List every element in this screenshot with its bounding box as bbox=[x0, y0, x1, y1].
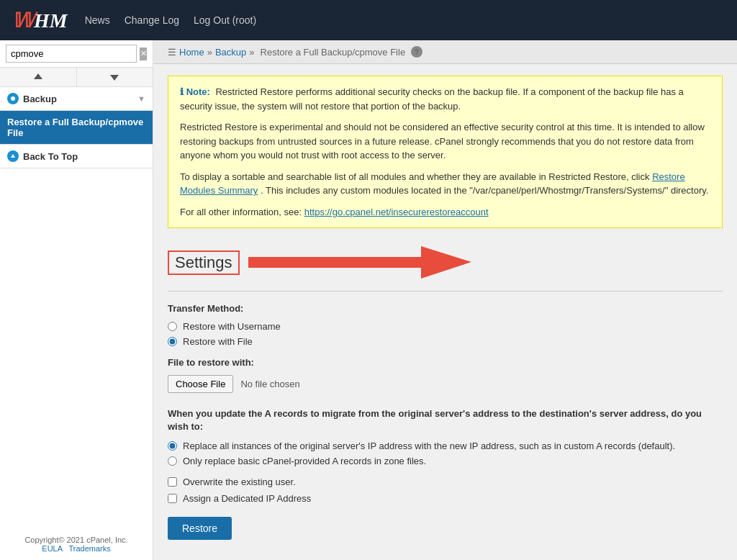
sidebar-arrow-down[interactable] bbox=[77, 68, 153, 86]
checkbox-dedicated-ip: Assign a Dedicated IP Address bbox=[168, 493, 723, 504]
content-area: ☰ Home » Backup » Restore a Full Backup/… bbox=[153, 40, 737, 560]
file-input-row: Choose File No file chosen bbox=[168, 375, 723, 393]
choose-file-button[interactable]: Choose File bbox=[168, 375, 233, 393]
back-to-top-label: Back To Top bbox=[23, 151, 78, 162]
search-input[interactable] bbox=[6, 45, 137, 63]
svg-marker-4 bbox=[248, 246, 471, 279]
trademarks-link[interactable]: Trademarks bbox=[68, 544, 110, 553]
top-navigation: 𝕎HM News Change Log Log Out (root) bbox=[0, 0, 737, 40]
svg-marker-1 bbox=[110, 75, 119, 81]
red-arrow-icon bbox=[248, 243, 471, 282]
sidebar-backup-label: Backup bbox=[23, 94, 137, 104]
restore-button[interactable]: Restore bbox=[168, 517, 232, 540]
red-arrow-container bbox=[248, 243, 471, 282]
radio-replace-all-label: Replace all instances of the original se… bbox=[183, 441, 675, 451]
radio-restore-username: Restore with Username bbox=[168, 321, 723, 332]
chevron-down-icon: ▼ bbox=[137, 94, 145, 103]
breadcrumb-home[interactable]: Home bbox=[179, 47, 204, 58]
sidebar-active-item[interactable]: Restore a Full Backup/cpmove File bbox=[0, 111, 153, 145]
notice-box: ℹ Note: Restricted Restore performs addi… bbox=[168, 76, 723, 228]
help-icon[interactable]: ? bbox=[411, 46, 422, 58]
hamburger-icon[interactable]: ☰ bbox=[168, 47, 176, 58]
file-to-restore-section: File to restore with: Choose File No fil… bbox=[168, 357, 723, 393]
svg-point-2 bbox=[11, 96, 15, 101]
external-link[interactable]: https://go.cpanel.net/insecurerestoreacc… bbox=[304, 207, 489, 217]
arrow-up-icon bbox=[33, 72, 43, 82]
checkbox-overwrite: Overwrite the existing user. bbox=[168, 477, 723, 487]
notice-note-text: Restricted Restore performs additional s… bbox=[180, 86, 684, 112]
radio-replace-all: Replace all instances of the original se… bbox=[168, 441, 723, 451]
ip-radio-group: Replace all instances of the original se… bbox=[168, 441, 723, 466]
radio-replace-all-input[interactable] bbox=[168, 441, 177, 451]
radio-replace-basic-input[interactable] bbox=[168, 456, 177, 466]
radio-restore-file: Restore with File bbox=[168, 336, 723, 347]
section-divider bbox=[168, 291, 723, 292]
info-icon: ℹ Note: bbox=[180, 86, 210, 97]
eula-link[interactable]: EULA bbox=[42, 544, 62, 553]
svg-marker-0 bbox=[34, 73, 42, 79]
notice-para2: To display a sortable and searchable lis… bbox=[180, 170, 710, 198]
overwrite-checkbox[interactable] bbox=[168, 477, 177, 487]
whm-logo: 𝕎HM bbox=[12, 9, 68, 32]
transfer-method-label: Transfer Method: bbox=[168, 303, 723, 314]
nav-changelog[interactable]: Change Log bbox=[125, 14, 179, 26]
sidebar: ✕ Backup ▼ Restore a Full Backup/cpmove … bbox=[0, 40, 153, 560]
breadcrumb: ☰ Home » Backup » Restore a Full Backup/… bbox=[153, 40, 737, 64]
nav-logout[interactable]: Log Out (root) bbox=[194, 14, 256, 26]
dedicated-ip-checkbox[interactable] bbox=[168, 494, 177, 503]
sidebar-nav-arrows bbox=[0, 68, 153, 87]
radio-username-input[interactable] bbox=[168, 322, 177, 331]
radio-replace-basic: Only replace basic cPanel-provided A rec… bbox=[168, 456, 723, 466]
nav-news[interactable]: News bbox=[85, 14, 110, 26]
up-icon bbox=[7, 150, 19, 162]
settings-section: Settings Transfer Method: Restore with U… bbox=[168, 243, 723, 540]
overwrite-label: Overwrite the existing user. bbox=[183, 477, 296, 487]
notice-para3: For all other information, see: https://… bbox=[180, 205, 710, 220]
sidebar-section-backup[interactable]: Backup ▼ bbox=[0, 87, 153, 111]
transfer-method-group: Transfer Method: Restore with Username R… bbox=[168, 303, 723, 347]
sidebar-arrow-up[interactable] bbox=[0, 68, 77, 86]
file-to-restore-label: File to restore with: bbox=[168, 357, 723, 368]
breadcrumb-sep2: » bbox=[249, 47, 254, 58]
ip-question-text: When you update the A records to migrate… bbox=[168, 407, 723, 433]
sidebar-footer: Copyright© 2021 cPanel, Inc. EULA Tradem… bbox=[0, 528, 153, 560]
radio-username-label: Restore with Username bbox=[183, 321, 281, 332]
no-file-label: No file chosen bbox=[240, 379, 299, 389]
breadcrumb-sep1: » bbox=[207, 47, 212, 58]
radio-file-input[interactable] bbox=[168, 337, 177, 346]
ip-question-section: When you update the A records to migrate… bbox=[168, 407, 723, 540]
notice-para1: Restricted Restore is experimental and s… bbox=[180, 120, 710, 163]
arrow-down-icon bbox=[109, 72, 119, 82]
search-bar: ✕ bbox=[0, 40, 153, 68]
copyright-text: Copyright© 2021 cPanel, Inc. bbox=[7, 536, 145, 544]
breadcrumb-current: Restore a Full Backup/cpmove File bbox=[261, 47, 406, 58]
radio-file-label: Restore with File bbox=[183, 336, 253, 347]
main-layout: ✕ Backup ▼ Restore a Full Backup/cpmove … bbox=[0, 40, 737, 560]
breadcrumb-backup[interactable]: Backup bbox=[215, 47, 246, 58]
sidebar-back-to-top[interactable]: Back To Top bbox=[0, 145, 153, 168]
search-clear-button[interactable]: ✕ bbox=[140, 48, 147, 60]
backup-icon bbox=[7, 93, 19, 104]
settings-title: Settings bbox=[168, 250, 240, 275]
radio-replace-basic-label: Only replace basic cPanel-provided A rec… bbox=[183, 456, 426, 466]
svg-marker-3 bbox=[11, 154, 15, 158]
notice-note: ℹ Note: Restricted Restore performs addi… bbox=[180, 85, 710, 113]
content-scroll: ℹ Note: Restricted Restore performs addi… bbox=[153, 64, 737, 560]
checkbox-group: Overwrite the existing user. Assign a De… bbox=[168, 477, 723, 504]
dedicated-ip-label: Assign a Dedicated IP Address bbox=[183, 493, 311, 504]
